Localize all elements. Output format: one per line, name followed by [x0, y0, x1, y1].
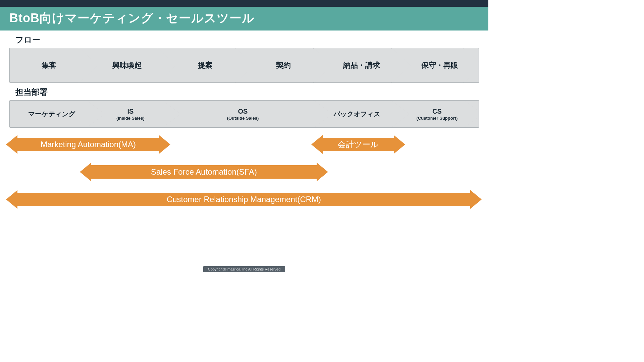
tool-row-3: Customer Relationship Management(CRM) [9, 191, 479, 210]
footer: Copyright© mazrica, Inc All Rights Reser… [0, 266, 488, 272]
flow-stage-label: 契約 [276, 61, 291, 69]
flow-stage: 集客 [10, 48, 88, 82]
arrow-left-icon [6, 135, 17, 154]
dept-item-main: CS [432, 108, 442, 115]
flow-stage-label: 保守・再販 [421, 61, 458, 69]
arrow-left-icon [311, 135, 323, 154]
dept-item: バックオフィス [318, 101, 395, 127]
arrow-left-icon [6, 190, 17, 209]
flow-row: 集客 興味喚起 提案 契約 納品・請求 保守・再販 [9, 48, 479, 83]
arrow-left-icon [80, 163, 91, 181]
tool-arrow-acc: 会計ツール [311, 136, 405, 153]
dept-section-label: 担当部署 [15, 87, 479, 98]
arrow-right-icon [470, 190, 482, 209]
dept-item: CS (Customer Support) [395, 101, 479, 127]
arrow-right-icon [394, 135, 405, 154]
flow-stage-label: 納品・請求 [343, 61, 380, 69]
flow-stage: 保守・再販 [400, 48, 479, 82]
dept-item-main: マーケティング [28, 110, 75, 118]
dept-item-main: OS [238, 108, 248, 115]
slide-title: BtoB向けマーケティング・セールスツール [0, 7, 488, 31]
dept-item-main: バックオフィス [333, 110, 380, 118]
tool-row-2: Sales Force Automation(SFA) [9, 164, 479, 183]
dept-item-sub: (Inside Sales) [116, 116, 145, 121]
tool-arrow-ma: Marketing Automation(MA) [6, 136, 170, 153]
dept-item: OS (Outside Sales) [167, 101, 318, 127]
arrow-right-icon [159, 135, 170, 154]
top-bar [0, 0, 488, 7]
copyright-badge: Copyright© mazrica, Inc All Rights Reser… [203, 266, 285, 272]
tool-arrow-crm: Customer Relationship Management(CRM) [6, 191, 482, 207]
dept-item: IS (Inside Sales) [94, 101, 167, 127]
dept-item-main: IS [127, 108, 134, 115]
flow-stage-label: 集客 [42, 61, 56, 69]
flow-section-label: フロー [15, 35, 479, 45]
flow-stage: 納品・請求 [322, 48, 400, 82]
dept-item: マーケティング [10, 101, 94, 127]
dept-item-sub: (Outside Sales) [227, 116, 259, 121]
flow-stage-label: 興味喚起 [112, 61, 142, 69]
flow-stage: 契約 [244, 48, 322, 82]
flow-stage: 提案 [166, 48, 244, 82]
flow-stage: 興味喚起 [88, 48, 166, 82]
dept-item-sub: (Customer Support) [417, 116, 458, 121]
tool-label: Marketing Automation(MA) [17, 138, 159, 151]
tool-label: 会計ツール [323, 138, 394, 151]
arrow-right-icon [317, 163, 328, 181]
tool-row-1: Marketing Automation(MA) 会計ツール [9, 136, 479, 155]
tool-label: Customer Relationship Management(CRM) [17, 193, 470, 206]
dept-row: マーケティング IS (Inside Sales) OS (Outside Sa… [9, 100, 479, 128]
flow-stage-label: 提案 [198, 61, 213, 69]
tool-label: Sales Force Automation(SFA) [91, 165, 317, 179]
tool-arrow-sfa: Sales Force Automation(SFA) [80, 164, 328, 180]
